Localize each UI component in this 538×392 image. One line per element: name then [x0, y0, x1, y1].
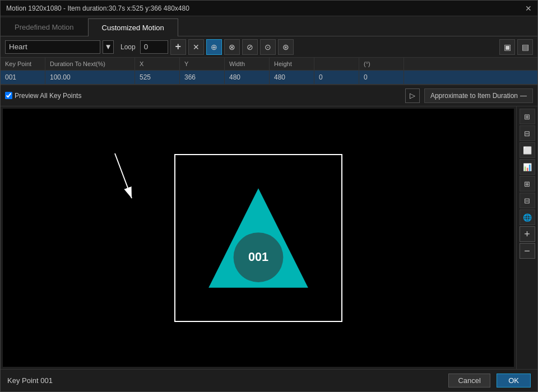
col-duration: Duration To Next(%) [45, 58, 135, 70]
table-header: Key Point Duration To Next(%) X Y Width … [1, 58, 537, 71]
main-content-area: 001 ⊞ ⊟ ⬜ 📊 ⊞ ⊟ 🌐 + [1, 106, 537, 369]
rotate-button[interactable]: 🌐 [520, 209, 535, 225]
col-height: Height [270, 58, 314, 70]
title-bar: Motion 1920x1080 - Item duration:30.7s x… [1, 1, 537, 16]
tab-bar: Predefined Motion Customized Motion [1, 16, 537, 36]
svg-text:001: 001 [248, 250, 268, 264]
select-mode-button[interactable]: ⊕ Append a new key point [206, 39, 222, 55]
col-y: Y [180, 58, 225, 70]
play-button[interactable]: ▷ [405, 88, 420, 103]
svg-line-4 [115, 153, 132, 198]
keypoints-table: Key Point Duration To Next(%) X Y Width … [1, 58, 537, 85]
play-icon: ▷ [410, 91, 415, 100]
preview-checkbox[interactable] [5, 92, 12, 99]
loop-input[interactable] [140, 40, 168, 54]
zoom-out-icon: − [524, 245, 530, 257]
loop-label: Loop [120, 43, 136, 51]
layout-btn-1[interactable]: ▣ [499, 39, 515, 55]
approx-label: Approximate to Item Duration [430, 92, 518, 100]
cell-angle: 0 [359, 71, 404, 84]
cell-y: 366 [180, 71, 225, 84]
cancel-button[interactable]: Cancel [448, 374, 490, 388]
cell-height: 480 [270, 71, 314, 84]
delete-keypoint-button[interactable]: ✕ [188, 39, 204, 55]
zoom-in-icon: + [524, 228, 530, 240]
name-dropdown-button[interactable]: ▼ [103, 40, 114, 54]
align-center-button[interactable]: ⬜ [520, 142, 535, 158]
canvas-inner: 001 [174, 154, 342, 322]
chart-button[interactable]: 📊 [520, 159, 535, 175]
col-keypoint: Key Point [1, 58, 45, 70]
tool-btn-4[interactable]: ⊙ [260, 39, 276, 55]
tab-predefined[interactable]: Predefined Motion [1, 18, 88, 36]
main-dialog: Motion 1920x1080 - Item duration:30.7s x… [0, 0, 538, 392]
toolbar-row: ▼ Loop + ✕ ⊕ Append a new key point ⊗ ⊘ … [1, 36, 537, 58]
name-input[interactable] [5, 40, 100, 54]
tab-customized[interactable]: Customized Motion [88, 18, 178, 36]
tool-btn-5[interactable]: ⊛ [278, 39, 294, 55]
close-button[interactable]: ✕ [525, 4, 532, 13]
align-top-left-button[interactable]: ⊞ [520, 109, 535, 124]
grid-button[interactable]: ⊞ [520, 176, 535, 192]
col-angle: (°) [359, 58, 404, 70]
approx-icon: — [520, 92, 527, 100]
key-point-status: Key Point 001 [7, 376, 53, 385]
cell-col7: 0 [314, 71, 359, 84]
zoom-in-button[interactable]: + [520, 226, 535, 242]
canvas-svg: 001 [175, 155, 341, 321]
table-row[interactable]: 001 100.00 525 366 480 480 0 0 [1, 71, 537, 85]
cell-width: 480 [225, 71, 270, 84]
preview-checkbox-label[interactable]: Preview All Key Points [5, 92, 81, 100]
ungroup-button[interactable]: ⊟ [520, 193, 535, 208]
tool-btn-2[interactable]: ⊗ [224, 39, 240, 55]
tool-btn-3[interactable]: ⊘ [242, 39, 258, 55]
preview-label-text: Preview All Key Points [15, 92, 81, 100]
zoom-out-button[interactable]: − [520, 243, 535, 259]
col-x: X [135, 58, 180, 70]
preview-controls-row: Preview All Key Points ▷ Approximate to … [1, 85, 537, 106]
cell-duration: 100.00 [45, 71, 135, 84]
right-tools-panel: ⊞ ⊟ ⬜ 📊 ⊞ ⊟ 🌐 + − [516, 106, 537, 369]
col-7 [314, 58, 359, 70]
approx-duration-button[interactable]: Approximate to Item Duration — [424, 88, 533, 103]
action-buttons: Cancel OK [448, 374, 531, 388]
title-text: Motion 1920x1080 - Item duration:30.7s x… [6, 4, 189, 12]
cell-x: 525 [135, 71, 180, 84]
layout-btn-2[interactable]: ▤ [517, 39, 533, 55]
preview-canvas: 001 [3, 109, 514, 367]
cell-keypoint: 001 [1, 71, 45, 84]
ok-button[interactable]: OK [497, 374, 531, 388]
add-keypoint-button[interactable]: + [170, 39, 186, 55]
col-width: Width [225, 58, 270, 70]
bottom-bar: Key Point 001 Cancel OK [1, 369, 537, 391]
align-top-right-button[interactable]: ⊟ [520, 125, 535, 141]
